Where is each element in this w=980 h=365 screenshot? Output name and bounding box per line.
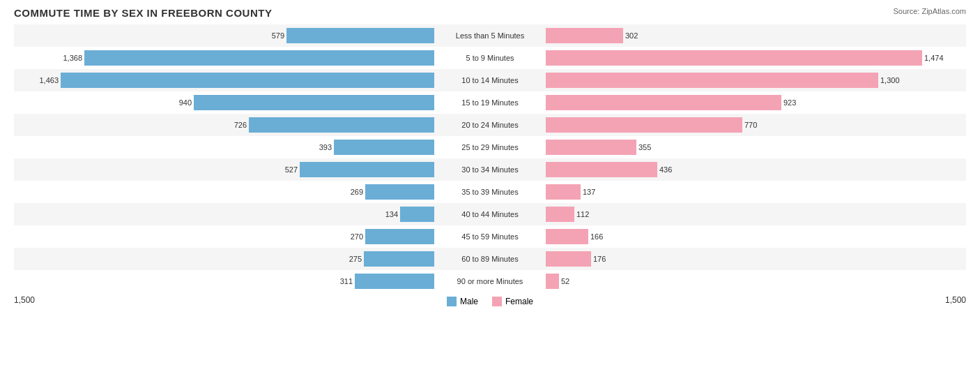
right-bar-container: 1,474 [546,47,966,69]
right-bar-container: 1,300 [546,69,966,91]
left-bar-container: 269 [14,181,434,203]
left-bar-container: 726 [14,114,434,136]
table-row: 527 30 to 34 Minutes 436 [14,158,966,181]
left-bar-container: 1,368 [14,47,434,69]
male-value: 1,368 [63,54,82,62]
female-value: 166 [590,232,603,241]
female-value: 770 [744,121,757,129]
legend-female-label: Female [505,297,533,306]
chart-rows-wrapper: 579 Less than 5 Minutes 302 1,368 5 to 9… [14,24,966,292]
female-value: 1,474 [924,54,944,62]
female-value: 355 [638,143,651,151]
row-label: 90 or more Minutes [434,277,546,285]
male-value: 940 [179,98,192,107]
left-bar-container: 940 [14,91,434,114]
female-value: 52 [561,277,569,285]
female-bar [546,117,742,133]
legend-male: Male [447,297,478,306]
row-label: 5 to 9 Minutes [434,54,546,62]
male-value: 269 [351,188,363,196]
female-bar [546,50,922,66]
male-bar [194,95,434,110]
table-row: 940 15 to 19 Minutes 923 [14,91,966,114]
row-label: 25 to 29 Minutes [434,143,546,151]
female-bar [546,73,878,88]
female-value: 1,300 [880,76,900,84]
female-value: 923 [783,98,796,107]
row-label: 20 to 24 Minutes [434,121,546,129]
right-bar-container: 52 [546,270,966,292]
female-bar [546,229,588,244]
female-bar [546,28,623,43]
table-row: 269 35 to 39 Minutes 137 [14,181,966,203]
left-bar-container: 1,463 [14,69,434,91]
right-bar-container: 112 [546,203,966,225]
male-value: 311 [340,277,353,285]
legend-female: Female [492,297,533,306]
bottom-section: 1,500 Male Female 1,500 [14,294,966,306]
female-bar [546,251,591,267]
table-row: 579 Less than 5 Minutes 302 [14,24,966,47]
female-bar [546,140,636,155]
female-bar [546,95,781,110]
male-bar [286,28,434,43]
right-bar-container: 137 [546,181,966,203]
female-bar [546,274,559,289]
right-bar-container: 770 [546,114,966,136]
row-label: Less than 5 Minutes [434,31,546,40]
right-bar-container: 355 [546,136,966,158]
axis-right-label: 1,500 [945,295,966,305]
legend-male-box [447,297,457,306]
male-bar [365,229,434,244]
male-bar [249,117,434,133]
row-label: 15 to 19 Minutes [434,98,546,107]
row-label: 35 to 39 Minutes [434,188,546,196]
male-value: 579 [272,31,284,40]
female-bar [546,162,657,177]
table-row: 275 60 to 89 Minutes 176 [14,248,966,270]
source-text: Source: ZipAtlas.com [893,7,966,15]
male-bar [300,162,434,177]
right-bar-container: 302 [546,24,966,47]
table-row: 134 40 to 44 Minutes 112 [14,203,966,225]
left-bar-container: 275 [14,248,434,270]
left-bar-container: 270 [14,225,434,248]
left-bar-container: 311 [14,270,434,292]
legend-female-box [492,297,502,306]
table-row: 393 25 to 29 Minutes 355 [14,136,966,158]
male-value: 134 [385,210,398,218]
row-label: 10 to 14 Minutes [434,76,546,84]
table-row: 311 90 or more Minutes 52 [14,270,966,292]
female-value: 436 [659,165,672,174]
left-bar-container: 134 [14,203,434,225]
female-bar [546,184,581,200]
female-bar [546,207,574,222]
male-bar [355,274,434,289]
male-bar [400,207,434,222]
table-row: 1,368 5 to 9 Minutes 1,474 [14,47,966,69]
right-bar-container: 166 [546,225,966,248]
female-value: 137 [583,188,595,196]
male-bar [334,140,434,155]
legend: Male Female [447,297,533,306]
male-value: 1,463 [39,76,59,84]
male-bar [61,73,434,88]
female-value: 176 [593,255,606,263]
row-label: 60 to 89 Minutes [434,255,546,263]
legend-male-label: Male [460,297,478,306]
row-label: 30 to 34 Minutes [434,165,546,174]
left-bar-container: 579 [14,24,434,47]
right-bar-container: 176 [546,248,966,270]
male-value: 726 [234,121,247,129]
chart-container: COMMUTE TIME BY SEX IN FREEBORN COUNTY S… [0,0,980,365]
left-bar-container: 527 [14,158,434,181]
axis-left-label: 1,500 [14,295,35,305]
table-row: 726 20 to 24 Minutes 770 [14,114,966,136]
right-bar-container: 436 [546,158,966,181]
female-value: 302 [625,31,638,40]
right-bar-container: 923 [546,91,966,114]
male-bar [365,184,434,200]
table-row: 1,463 10 to 14 Minutes 1,300 [14,69,966,91]
male-bar [364,251,434,267]
male-value: 270 [351,232,363,241]
